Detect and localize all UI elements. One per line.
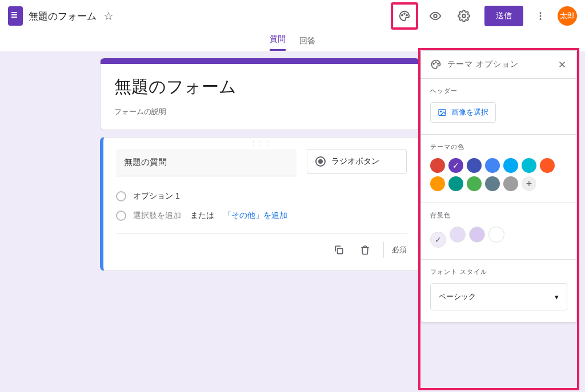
- divider: [383, 242, 384, 258]
- document-title[interactable]: 無題のフォーム: [29, 10, 97, 23]
- svg-rect-8: [338, 249, 343, 254]
- required-label: 必須: [392, 245, 407, 255]
- theme-color-swatch[interactable]: [503, 176, 518, 191]
- theme-color-swatch[interactable]: [430, 176, 445, 191]
- tab-responses[interactable]: 回答: [299, 36, 315, 51]
- theme-color-swatches: +: [430, 158, 556, 191]
- drag-handle-icon[interactable]: ⋮⋮⋮: [250, 140, 273, 147]
- choose-image-label: 画像を選択: [451, 107, 488, 118]
- theme-color-swatch[interactable]: [467, 158, 482, 173]
- font-style-value: ベーシック: [439, 292, 476, 302]
- add-option-row[interactable]: 選択肢を追加 または 「その他」を追加: [116, 206, 407, 225]
- forms-logo[interactable]: [8, 6, 23, 26]
- chevron-down-icon: ▾: [555, 293, 559, 301]
- bg-color-swatch[interactable]: [450, 227, 466, 243]
- close-icon[interactable]: [557, 59, 567, 70]
- svg-point-0: [402, 15, 403, 16]
- add-color-button[interactable]: +: [522, 176, 536, 191]
- palette-icon: [430, 59, 442, 70]
- avatar[interactable]: 太郎: [558, 6, 577, 26]
- bg-color-swatches: [430, 227, 567, 248]
- theme-color-swatch[interactable]: [540, 158, 555, 173]
- theme-color-swatch[interactable]: [503, 158, 518, 173]
- radio-outline-icon: [116, 211, 126, 221]
- svg-point-5: [540, 12, 542, 14]
- delete-icon[interactable]: [355, 240, 375, 260]
- theme-panel-title: テーマ オプション: [447, 59, 551, 70]
- font-style-label: フォント スタイル: [430, 268, 567, 276]
- bg-color-swatch[interactable]: [469, 227, 485, 243]
- tab-questions[interactable]: 質問: [270, 34, 286, 51]
- palette-icon[interactable]: [393, 5, 416, 27]
- bg-color-label: 背景色: [430, 211, 567, 220]
- duplicate-icon[interactable]: [328, 240, 349, 260]
- radio-icon: [315, 156, 326, 167]
- bg-color-swatch[interactable]: [430, 232, 446, 248]
- option-text[interactable]: オプション 1: [133, 191, 180, 201]
- theme-color-swatch[interactable]: [448, 176, 463, 191]
- form-description[interactable]: フォームの説明: [114, 107, 406, 117]
- svg-point-2: [406, 15, 407, 16]
- star-icon[interactable]: ☆: [103, 9, 114, 23]
- add-other-link[interactable]: 「その他」を追加: [223, 211, 287, 221]
- theme-color-swatch[interactable]: [485, 158, 500, 173]
- question-type-label: ラジオボタン: [331, 156, 379, 167]
- svg-point-10: [435, 62, 436, 63]
- svg-point-13: [440, 111, 442, 112]
- theme-color-label: テーマの色: [430, 143, 567, 151]
- svg-point-3: [434, 14, 437, 18]
- option-row[interactable]: オプション 1: [116, 187, 407, 206]
- or-label: または: [190, 211, 214, 221]
- add-option-label[interactable]: 選択肢を追加: [133, 211, 181, 221]
- preview-icon[interactable]: [424, 5, 447, 27]
- font-style-select[interactable]: ベーシック ▾: [430, 283, 567, 310]
- svg-point-6: [540, 15, 542, 17]
- svg-point-4: [462, 14, 466, 18]
- theme-color-swatch[interactable]: [430, 158, 445, 173]
- radio-outline-icon: [116, 191, 126, 201]
- question-title-input[interactable]: 無題の質問: [116, 149, 296, 176]
- theme-color-swatch[interactable]: [467, 176, 482, 191]
- theme-color-swatch[interactable]: [522, 158, 536, 173]
- svg-point-11: [438, 63, 439, 64]
- question-type-select[interactable]: ラジオボタン: [307, 149, 407, 174]
- header-section-label: ヘッダー: [430, 87, 567, 95]
- form-header-card[interactable]: 無題のフォーム フォームの説明: [100, 58, 420, 130]
- settings-icon[interactable]: [452, 5, 475, 27]
- svg-point-1: [404, 13, 405, 14]
- form-title[interactable]: 無題のフォーム: [114, 75, 406, 99]
- svg-point-9: [433, 63, 434, 64]
- theme-color-swatch[interactable]: [485, 176, 500, 191]
- choose-image-button[interactable]: 画像を選択: [430, 102, 496, 123]
- question-card[interactable]: ⋮⋮⋮ 無題の質問 ラジオボタン オプション 1 選択肢を追加 または 「その他…: [100, 137, 420, 271]
- send-button[interactable]: 送信: [484, 6, 523, 26]
- svg-point-7: [540, 18, 542, 20]
- theme-panel: テーマ オプション ヘッダー 画像を選択 テーマの色 + 背景色 フォント スタ…: [420, 50, 577, 322]
- bg-color-swatch[interactable]: [488, 227, 504, 243]
- theme-color-swatch[interactable]: [448, 158, 463, 173]
- more-icon[interactable]: [532, 5, 548, 27]
- annotation-highlight-palette: [391, 2, 418, 30]
